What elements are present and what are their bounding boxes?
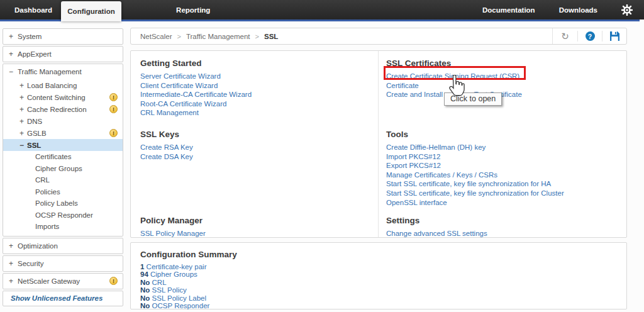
tab-reporting[interactable]: Reporting: [169, 6, 218, 14]
expand-plus-icon[interactable]: +: [9, 277, 18, 286]
link-create-csr[interactable]: Create Certificate Signing Request (CSR): [386, 72, 613, 81]
link-certificate[interactable]: Certificate: [386, 81, 613, 91]
documentation-link[interactable]: Documentation: [482, 6, 535, 14]
link-intermediate-ca-certificate-wizard[interactable]: Intermediate-CA Certificate Wizard: [140, 90, 367, 99]
summary-link[interactable]: SSL Policy: [152, 286, 187, 294]
sidebar-item-label: Content Switching: [27, 94, 86, 101]
hand-cursor-icon: [445, 75, 465, 100]
summary-item: No SSL Policy: [140, 286, 606, 294]
sidebar-item-ssl[interactable]: − SSL: [3, 139, 123, 151]
sidebar-item-label: Security: [18, 260, 44, 267]
expand-plus-icon[interactable]: +: [19, 93, 27, 102]
link-sync-ha[interactable]: Start SSL certificate, key file synchron…: [386, 179, 613, 189]
link-server-certificate-wizard[interactable]: Server Certificate Wizard: [140, 72, 367, 81]
expand-plus-icon[interactable]: +: [9, 259, 18, 268]
expand-plus-icon[interactable]: +: [19, 129, 27, 138]
save-button[interactable]: [602, 31, 626, 42]
chevron-separator-icon: >: [255, 33, 259, 40]
sidebar-item-label: Load Balancing: [27, 82, 77, 89]
sidebar-item-imports[interactable]: Imports: [3, 221, 123, 233]
sidebar-item-gslb[interactable]: + GSLB !: [3, 127, 123, 139]
link-manage-certificates-keys-csrs[interactable]: Manage Certificates / Keys / CSRs: [386, 170, 613, 180]
sidebar-item-dns[interactable]: + DNS: [3, 115, 123, 127]
link-export-pkcs12[interactable]: Export PKCS#12: [386, 161, 613, 170]
link-ssl-policy-manager[interactable]: SSL Policy Manager: [140, 229, 367, 238]
sidebar-item-policies[interactable]: Policies: [3, 186, 123, 198]
warning-icon: !: [109, 129, 118, 137]
tab-configuration[interactable]: Configuration: [61, 1, 121, 21]
sidebar-item-cache-redirection[interactable]: + Cache Redirection !: [3, 103, 123, 115]
summary-link[interactable]: SSL Policy Label: [152, 294, 207, 302]
help-button[interactable]: ?: [577, 31, 602, 42]
summary-link[interactable]: Cipher Groups: [150, 270, 197, 278]
section-policy-manager: Policy Manager SSL Policy Manager: [140, 216, 367, 238]
section-title: Configuration Summary: [140, 250, 606, 259]
refresh-button[interactable]: ↻: [553, 31, 577, 42]
collapse-minus-icon[interactable]: −: [9, 67, 18, 76]
downloads-link[interactable]: Downloads: [559, 6, 597, 14]
link-root-ca-certificate-wizard[interactable]: Root-CA Certificate Wizard: [140, 99, 367, 109]
warning-icon: !: [109, 277, 118, 285]
sidebar-item-security[interactable]: + Security: [3, 256, 123, 271]
section-configuration-summary: Configuration Summary 1 Certificate-key …: [140, 250, 606, 309]
sidebar-item-traffic-management[interactable]: − Traffic Management: [3, 64, 123, 79]
sidebar-item-cipher-groups[interactable]: Cipher Groups: [3, 163, 123, 175]
expand-plus-icon[interactable]: +: [19, 117, 27, 126]
expand-plus-icon[interactable]: +: [9, 242, 18, 250]
sidebar-item-policy-labels[interactable]: Policy Labels: [3, 198, 123, 209]
expand-plus-icon[interactable]: +: [9, 50, 18, 58]
expand-plus-icon[interactable]: +: [19, 105, 27, 114]
top-nav-right: Documentation Downloads: [482, 4, 644, 16]
sidebar-item-label: GSLB: [27, 130, 47, 137]
sidebar-item-appexpert[interactable]: + AppExpert: [3, 47, 123, 62]
summary-link[interactable]: OCSP Responder: [152, 302, 210, 309]
link-crl-management[interactable]: CRL Management: [140, 108, 367, 118]
sidebar-item-crl[interactable]: CRL: [3, 174, 123, 186]
sidebar-item-load-balancing[interactable]: + Load Balancing: [3, 79, 123, 91]
link-create-rsa-key[interactable]: Create RSA Key: [140, 143, 367, 152]
settings-gear-icon[interactable]: [621, 4, 633, 16]
link-change-advanced-ssl-settings[interactable]: Change advanced SSL settings: [386, 229, 613, 238]
sidebar-item-label: Optimization: [18, 242, 58, 250]
breadcrumb-netscaler[interactable]: NetScaler: [140, 33, 172, 40]
section-title: Settings: [386, 216, 613, 225]
summary-link[interactable]: CRL: [152, 279, 167, 286]
summary-link[interactable]: Certificate-key pair: [147, 263, 207, 270]
section-title: SSL Keys: [140, 130, 367, 139]
sidebar-item-system[interactable]: + System: [3, 29, 123, 44]
sidebar-group-traffic-management: − Traffic Management + Load Balancing + …: [3, 64, 123, 237]
collapse-minus-icon[interactable]: −: [19, 141, 27, 150]
warning-icon: !: [109, 105, 118, 113]
sidebar-item-certificates[interactable]: Certificates: [3, 151, 123, 163]
link-create-dh-key[interactable]: Create Diffie-Hellman (DH) key: [386, 143, 613, 152]
link-sync-cluster[interactable]: Start SSL certificate, key file synchron…: [386, 189, 613, 198]
sidebar-nav: + System + AppExpert − Traffic Managemen…: [3, 28, 123, 308]
summary-item: No OCSP Responder: [140, 302, 606, 309]
expand-plus-icon[interactable]: +: [19, 81, 27, 90]
sidebar-item-ocsp-responder[interactable]: OCSP Responder: [3, 209, 123, 221]
sidebar-item-label: Cache Redirection: [27, 106, 87, 113]
show-unlicensed-features-link[interactable]: Show Unlicensed Features: [3, 291, 123, 306]
expand-plus-icon[interactable]: +: [9, 32, 18, 41]
chevron-separator-icon: >: [177, 33, 181, 40]
column-divider: [378, 51, 379, 237]
summary-item: No CRL: [140, 279, 606, 286]
section-title: Getting Started: [140, 58, 367, 68]
ssl-subitems: Certificates Cipher Groups CRL Policies …: [3, 151, 123, 236]
sidebar-item-content-switching[interactable]: + Content Switching !: [3, 91, 123, 103]
section-ssl-keys: SSL Keys Create RSA Key Create DSA Key: [140, 130, 367, 161]
link-create-dsa-key[interactable]: Create DSA Key: [140, 152, 367, 162]
sidebar-item-label: System: [18, 33, 42, 40]
sidebar-item-optimization[interactable]: + Optimization: [3, 238, 123, 254]
breadcrumb-ssl: SSL: [264, 33, 278, 40]
summary-item: 1 Certificate-key pair: [140, 263, 606, 270]
link-openssl-interface[interactable]: OpenSSL interface: [386, 198, 613, 208]
breadcrumb-traffic-management[interactable]: Traffic Management: [186, 33, 250, 40]
section-title: SSL Certificates: [386, 58, 613, 68]
sidebar-item-label: Traffic Management: [18, 68, 82, 75]
help-icon: ?: [586, 31, 595, 41]
tab-dashboard[interactable]: Dashboard: [7, 6, 60, 14]
link-client-certificate-wizard[interactable]: Client Certificate Wizard: [140, 81, 367, 91]
sidebar-item-netscaler-gateway[interactable]: + NetScaler Gateway !: [3, 274, 123, 289]
link-import-pkcs12[interactable]: Import PKCS#12: [386, 152, 613, 162]
